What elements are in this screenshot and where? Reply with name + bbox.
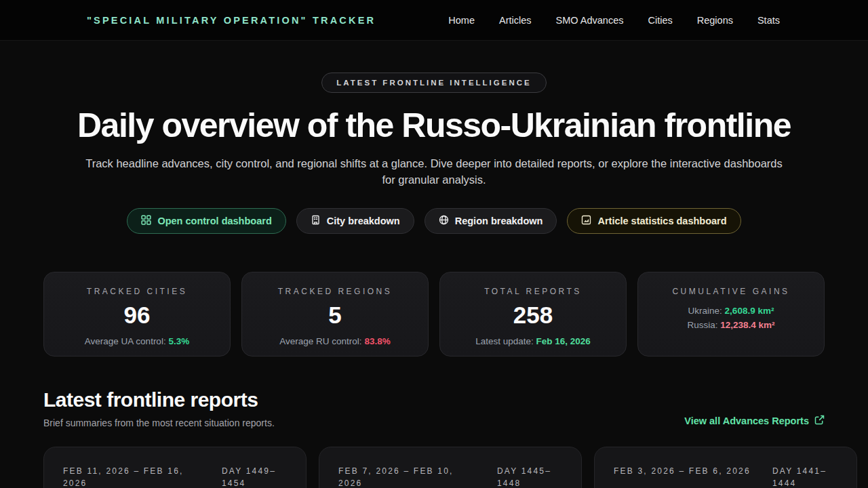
stat-footer-value: 5.3% [168, 336, 189, 346]
nav-menu: Home Articles SMO Advances Cities Region… [448, 14, 780, 26]
button-label: Open control dashboard [157, 216, 271, 226]
reports-header: Latest frontline reports Brief summaries… [43, 388, 825, 428]
button-label: Article statistics dashboard [597, 216, 726, 226]
nav-item-regions[interactable]: Regions [697, 15, 733, 26]
report-day-range: DAY 1449–1454 [222, 465, 287, 488]
stat-card-tracked-regions: TRACKED REGIONS 5 Average RU control: 83… [241, 272, 429, 357]
stat-value: 258 [513, 303, 553, 327]
stat-footer: Average UA control: 5.3% [85, 336, 189, 346]
stat-footer: Latest update: Feb 16, 2026 [475, 336, 591, 346]
nav-item-home[interactable]: Home [448, 15, 475, 26]
gains-rows: Ukraine: 2,608.9 km² Russia: 12,238.4 km… [687, 306, 774, 330]
latest-reports-section: Latest frontline reports Brief summaries… [43, 388, 825, 488]
report-date-range: FEB 7, 2026 – FEB 10, 2026 [338, 465, 479, 488]
article-statistics-dashboard-button[interactable]: Article statistics dashboard [567, 208, 741, 234]
building-icon [311, 215, 321, 227]
gains-label: Ukraine: [688, 306, 722, 316]
report-card[interactable]: FEB 3, 2026 – FEB 6, 2026 DAY 1441–1444 [594, 447, 857, 488]
top-nav-bar: "SPECIAL MILITARY OPERATION" TRACKER Hom… [0, 0, 868, 41]
city-breakdown-button[interactable]: City breakdown [296, 208, 414, 234]
stat-card-cumulative-gains: CUMULATIVE GAINS Ukraine: 2,608.9 km² Ru… [637, 272, 825, 357]
report-card[interactable]: FEB 7, 2026 – FEB 10, 2026 DAY 1445–1448 [319, 447, 582, 488]
stat-footer-label: Average UA control: [85, 336, 166, 346]
button-label: City breakdown [327, 216, 400, 226]
gains-row-ukraine: Ukraine: 2,608.9 km² [687, 306, 774, 316]
intelligence-badge: LATEST FRONTLINE INTELLIGENCE [321, 73, 546, 93]
view-all-label: View all Advances Reports [684, 415, 809, 426]
chart-icon [581, 215, 591, 227]
report-date-range: FEB 3, 2026 – FEB 6, 2026 [614, 465, 755, 488]
stat-card-total-reports: TOTAL REPORTS 258 Latest update: Feb 16,… [439, 272, 627, 357]
stat-value: 5 [328, 303, 341, 327]
nav-item-articles[interactable]: Articles [499, 15, 532, 26]
report-card[interactable]: FEB 11, 2026 – FEB 16, 2026 DAY 1449–145… [43, 447, 307, 488]
stat-footer-value: 83.8% [364, 336, 390, 346]
hero-section: LATEST FRONTLINE INTELLIGENCE Daily over… [0, 41, 868, 234]
stat-label: TRACKED CITIES [87, 287, 187, 296]
gains-label: Russia: [687, 320, 717, 330]
view-all-reports-link[interactable]: View all Advances Reports [684, 415, 825, 428]
gains-value: 12,238.4 km² [720, 320, 774, 330]
open-control-dashboard-button[interactable]: Open control dashboard [127, 208, 285, 234]
report-day-range: DAY 1441–1444 [772, 465, 837, 488]
stat-footer-label: Average RU control: [279, 336, 361, 346]
globe-icon [439, 215, 449, 227]
grid-icon [141, 215, 151, 227]
gains-value: 2,608.9 km² [725, 306, 774, 316]
button-label: Region breakdown [455, 216, 543, 226]
stat-footer-label: Latest update: [475, 336, 534, 346]
section-title: Latest frontline reports [43, 388, 275, 411]
stat-footer: Average RU control: 83.8% [279, 336, 390, 346]
stat-label: TOTAL REPORTS [484, 287, 582, 296]
page-title: Daily overview of the Russo-Ukrainian fr… [0, 107, 868, 144]
report-date-range: FEB 11, 2026 – FEB 16, 2026 [63, 465, 204, 488]
brand-title[interactable]: "SPECIAL MILITARY OPERATION" TRACKER [87, 15, 376, 26]
report-day-range: DAY 1445–1448 [497, 465, 562, 488]
section-subtitle: Brief summaries from the most recent sit… [43, 418, 275, 428]
nav-item-cities[interactable]: Cities [648, 15, 672, 26]
external-link-icon [814, 415, 825, 427]
nav-item-stats[interactable]: Stats [757, 15, 780, 26]
stat-label: CUMULATIVE GAINS [672, 287, 789, 296]
stat-card-tracked-cities: TRACKED CITIES 96 Average UA control: 5.… [43, 272, 231, 357]
stat-footer-value: Feb 16, 2026 [536, 336, 591, 346]
hero-subtitle: Track headline advances, city control, a… [78, 155, 790, 188]
stat-value: 96 [124, 303, 151, 327]
report-cards-row: FEB 11, 2026 – FEB 16, 2026 DAY 1449–145… [43, 447, 825, 488]
gains-row-russia: Russia: 12,238.4 km² [687, 320, 774, 330]
cta-button-row: Open control dashboard City breakdown [0, 208, 868, 234]
stat-label: TRACKED REGIONS [278, 287, 393, 296]
nav-item-smo-advances[interactable]: SMO Advances [556, 15, 624, 26]
region-breakdown-button[interactable]: Region breakdown [425, 208, 557, 234]
stats-grid: TRACKED CITIES 96 Average UA control: 5.… [43, 272, 825, 357]
